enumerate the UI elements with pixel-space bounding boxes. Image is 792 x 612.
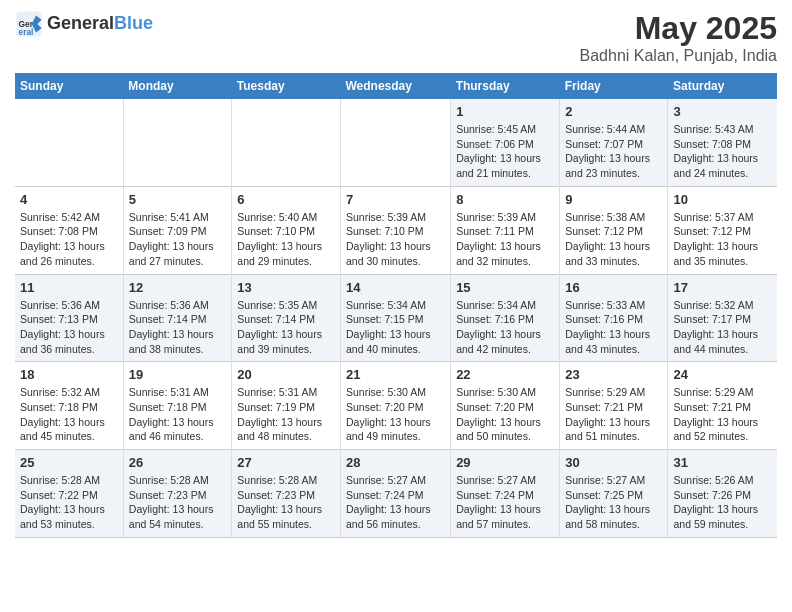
day-info: Sunrise: 5:28 AMSunset: 7:22 PMDaylight:… — [20, 473, 118, 532]
day-info: Sunrise: 5:27 AMSunset: 7:24 PMDaylight:… — [346, 473, 445, 532]
cell-week1-day1 — [15, 99, 123, 186]
cell-week1-day3 — [232, 99, 341, 186]
cell-week4-day2: 19Sunrise: 5:31 AMSunset: 7:18 PMDayligh… — [123, 362, 231, 450]
cell-week5-day4: 28Sunrise: 5:27 AMSunset: 7:24 PMDayligh… — [340, 450, 450, 538]
day-number: 27 — [237, 455, 335, 470]
day-number: 13 — [237, 280, 335, 295]
day-number: 20 — [237, 367, 335, 382]
cell-week5-day5: 29Sunrise: 5:27 AMSunset: 7:24 PMDayligh… — [451, 450, 560, 538]
day-number: 23 — [565, 367, 662, 382]
cell-week3-day4: 14Sunrise: 5:34 AMSunset: 7:15 PMDayligh… — [340, 274, 450, 362]
day-number: 5 — [129, 192, 226, 207]
cell-week2-day3: 6Sunrise: 5:40 AMSunset: 7:10 PMDaylight… — [232, 186, 341, 274]
day-number: 18 — [20, 367, 118, 382]
day-info: Sunrise: 5:28 AMSunset: 7:23 PMDaylight:… — [129, 473, 226, 532]
cell-week4-day3: 20Sunrise: 5:31 AMSunset: 7:19 PMDayligh… — [232, 362, 341, 450]
col-header-tuesday: Tuesday — [232, 73, 341, 99]
day-number: 15 — [456, 280, 554, 295]
cell-week2-day7: 10Sunrise: 5:37 AMSunset: 7:12 PMDayligh… — [668, 186, 777, 274]
day-info: Sunrise: 5:28 AMSunset: 7:23 PMDaylight:… — [237, 473, 335, 532]
col-header-monday: Monday — [123, 73, 231, 99]
logo: Gen eral GeneralBlue — [15, 10, 153, 38]
day-info: Sunrise: 5:31 AMSunset: 7:18 PMDaylight:… — [129, 385, 226, 444]
day-info: Sunrise: 5:37 AMSunset: 7:12 PMDaylight:… — [673, 210, 772, 269]
col-header-friday: Friday — [560, 73, 668, 99]
day-number: 17 — [673, 280, 772, 295]
header-row: SundayMondayTuesdayWednesdayThursdayFrid… — [15, 73, 777, 99]
day-info: Sunrise: 5:40 AMSunset: 7:10 PMDaylight:… — [237, 210, 335, 269]
col-header-saturday: Saturday — [668, 73, 777, 99]
day-info: Sunrise: 5:45 AMSunset: 7:06 PMDaylight:… — [456, 122, 554, 181]
col-header-sunday: Sunday — [15, 73, 123, 99]
cell-week5-day6: 30Sunrise: 5:27 AMSunset: 7:25 PMDayligh… — [560, 450, 668, 538]
day-info: Sunrise: 5:27 AMSunset: 7:24 PMDaylight:… — [456, 473, 554, 532]
cell-week4-day1: 18Sunrise: 5:32 AMSunset: 7:18 PMDayligh… — [15, 362, 123, 450]
week-row-5: 25Sunrise: 5:28 AMSunset: 7:22 PMDayligh… — [15, 450, 777, 538]
cell-week5-day7: 31Sunrise: 5:26 AMSunset: 7:26 PMDayligh… — [668, 450, 777, 538]
day-number: 31 — [673, 455, 772, 470]
day-info: Sunrise: 5:39 AMSunset: 7:10 PMDaylight:… — [346, 210, 445, 269]
day-number: 3 — [673, 104, 772, 119]
logo-text: GeneralBlue — [47, 14, 153, 34]
day-info: Sunrise: 5:36 AMSunset: 7:14 PMDaylight:… — [129, 298, 226, 357]
day-info: Sunrise: 5:38 AMSunset: 7:12 PMDaylight:… — [565, 210, 662, 269]
page-header: Gen eral GeneralBlue May 2025 Badhni Kal… — [15, 10, 777, 65]
day-info: Sunrise: 5:34 AMSunset: 7:15 PMDaylight:… — [346, 298, 445, 357]
week-row-2: 4Sunrise: 5:42 AMSunset: 7:08 PMDaylight… — [15, 186, 777, 274]
day-info: Sunrise: 5:34 AMSunset: 7:16 PMDaylight:… — [456, 298, 554, 357]
cell-week2-day6: 9Sunrise: 5:38 AMSunset: 7:12 PMDaylight… — [560, 186, 668, 274]
cell-week1-day5: 1Sunrise: 5:45 AMSunset: 7:06 PMDaylight… — [451, 99, 560, 186]
month-title: May 2025 — [580, 10, 777, 47]
col-header-thursday: Thursday — [451, 73, 560, 99]
day-number: 16 — [565, 280, 662, 295]
day-number: 30 — [565, 455, 662, 470]
cell-week3-day7: 17Sunrise: 5:32 AMSunset: 7:17 PMDayligh… — [668, 274, 777, 362]
day-number: 21 — [346, 367, 445, 382]
cell-week1-day2 — [123, 99, 231, 186]
cell-week1-day7: 3Sunrise: 5:43 AMSunset: 7:08 PMDaylight… — [668, 99, 777, 186]
cell-week5-day1: 25Sunrise: 5:28 AMSunset: 7:22 PMDayligh… — [15, 450, 123, 538]
day-info: Sunrise: 5:36 AMSunset: 7:13 PMDaylight:… — [20, 298, 118, 357]
day-number: 19 — [129, 367, 226, 382]
day-info: Sunrise: 5:31 AMSunset: 7:19 PMDaylight:… — [237, 385, 335, 444]
day-number: 8 — [456, 192, 554, 207]
location-title: Badhni Kalan, Punjab, India — [580, 47, 777, 65]
day-number: 9 — [565, 192, 662, 207]
day-info: Sunrise: 5:30 AMSunset: 7:20 PMDaylight:… — [456, 385, 554, 444]
logo-icon: Gen eral — [15, 10, 43, 38]
day-number: 22 — [456, 367, 554, 382]
cell-week2-day5: 8Sunrise: 5:39 AMSunset: 7:11 PMDaylight… — [451, 186, 560, 274]
cell-week4-day7: 24Sunrise: 5:29 AMSunset: 7:21 PMDayligh… — [668, 362, 777, 450]
day-number: 1 — [456, 104, 554, 119]
day-info: Sunrise: 5:29 AMSunset: 7:21 PMDaylight:… — [673, 385, 772, 444]
cell-week5-day3: 27Sunrise: 5:28 AMSunset: 7:23 PMDayligh… — [232, 450, 341, 538]
day-info: Sunrise: 5:42 AMSunset: 7:08 PMDaylight:… — [20, 210, 118, 269]
week-row-1: 1Sunrise: 5:45 AMSunset: 7:06 PMDaylight… — [15, 99, 777, 186]
calendar-table: SundayMondayTuesdayWednesdayThursdayFrid… — [15, 73, 777, 538]
cell-week1-day4 — [340, 99, 450, 186]
cell-week3-day1: 11Sunrise: 5:36 AMSunset: 7:13 PMDayligh… — [15, 274, 123, 362]
cell-week4-day6: 23Sunrise: 5:29 AMSunset: 7:21 PMDayligh… — [560, 362, 668, 450]
day-info: Sunrise: 5:35 AMSunset: 7:14 PMDaylight:… — [237, 298, 335, 357]
day-info: Sunrise: 5:39 AMSunset: 7:11 PMDaylight:… — [456, 210, 554, 269]
svg-text:eral: eral — [19, 27, 34, 37]
day-info: Sunrise: 5:41 AMSunset: 7:09 PMDaylight:… — [129, 210, 226, 269]
cell-week2-day1: 4Sunrise: 5:42 AMSunset: 7:08 PMDaylight… — [15, 186, 123, 274]
day-info: Sunrise: 5:27 AMSunset: 7:25 PMDaylight:… — [565, 473, 662, 532]
day-info: Sunrise: 5:32 AMSunset: 7:18 PMDaylight:… — [20, 385, 118, 444]
day-number: 25 — [20, 455, 118, 470]
cell-week3-day6: 16Sunrise: 5:33 AMSunset: 7:16 PMDayligh… — [560, 274, 668, 362]
day-number: 2 — [565, 104, 662, 119]
cell-week4-day5: 22Sunrise: 5:30 AMSunset: 7:20 PMDayligh… — [451, 362, 560, 450]
cell-week4-day4: 21Sunrise: 5:30 AMSunset: 7:20 PMDayligh… — [340, 362, 450, 450]
cell-week3-day2: 12Sunrise: 5:36 AMSunset: 7:14 PMDayligh… — [123, 274, 231, 362]
week-row-4: 18Sunrise: 5:32 AMSunset: 7:18 PMDayligh… — [15, 362, 777, 450]
day-number: 14 — [346, 280, 445, 295]
day-info: Sunrise: 5:43 AMSunset: 7:08 PMDaylight:… — [673, 122, 772, 181]
day-number: 11 — [20, 280, 118, 295]
day-number: 26 — [129, 455, 226, 470]
cell-week3-day3: 13Sunrise: 5:35 AMSunset: 7:14 PMDayligh… — [232, 274, 341, 362]
day-number: 29 — [456, 455, 554, 470]
day-number: 10 — [673, 192, 772, 207]
day-info: Sunrise: 5:33 AMSunset: 7:16 PMDaylight:… — [565, 298, 662, 357]
